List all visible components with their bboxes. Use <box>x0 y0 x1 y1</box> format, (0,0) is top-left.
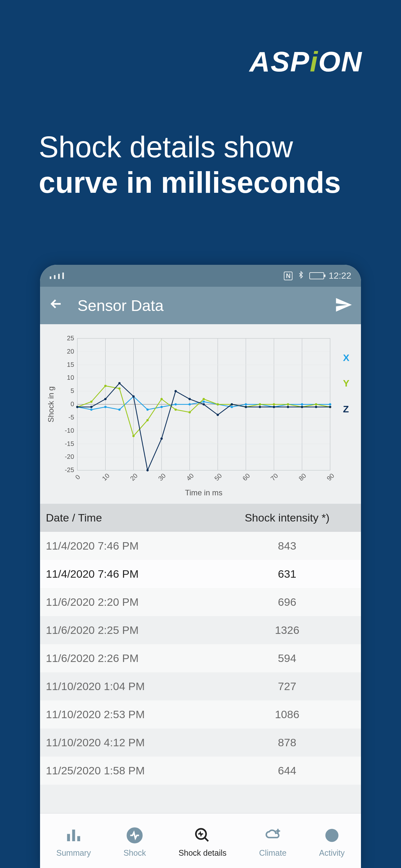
svg-point-98 <box>315 406 317 408</box>
cell-intensity: 1326 <box>219 624 355 637</box>
svg-rect-106 <box>72 830 75 841</box>
svg-text:Z: Z <box>343 404 349 414</box>
nav-activity[interactable]: Activity <box>319 826 344 858</box>
svg-point-82 <box>90 406 92 408</box>
bar-chart-icon <box>64 826 83 845</box>
svg-point-83 <box>104 398 106 400</box>
svg-point-79 <box>315 403 317 406</box>
svg-point-51 <box>189 403 191 406</box>
cell-intensity: 644 <box>219 764 355 777</box>
headline-line2: curve in milliseconds <box>39 166 341 199</box>
svg-point-66 <box>132 435 135 437</box>
cell-intensity: 631 <box>219 568 355 580</box>
svg-point-55 <box>245 403 247 406</box>
svg-point-46 <box>118 408 120 411</box>
status-bar: N 12:22 <box>40 265 361 287</box>
svg-point-77 <box>287 403 289 406</box>
svg-rect-107 <box>77 836 80 841</box>
cell-intensity: 696 <box>219 596 355 609</box>
cell-intensity: 727 <box>219 680 355 693</box>
table-row[interactable]: 11/10/2020 1:04 PM727 <box>40 672 361 701</box>
svg-text:90: 90 <box>326 472 335 482</box>
cell-datetime: 11/10/2020 2:53 PM <box>46 708 219 721</box>
table-row[interactable]: 11/25/2020 1:58 PM644 <box>40 756 361 785</box>
svg-point-75 <box>258 403 261 406</box>
svg-point-93 <box>245 406 247 408</box>
cell-intensity: 843 <box>219 539 355 552</box>
svg-point-110 <box>277 830 279 832</box>
nav-label: Shock <box>123 848 146 858</box>
table-row[interactable]: 11/6/2020 2:20 PM696 <box>40 588 361 616</box>
svg-text:20: 20 <box>67 348 74 355</box>
cell-intensity: 1086 <box>219 708 355 721</box>
nav-shock[interactable]: Shock <box>123 826 146 858</box>
svg-text:-10: -10 <box>65 427 74 434</box>
nav-shock-details[interactable]: Shock details <box>179 826 227 858</box>
table-row[interactable]: 11/4/2020 7:46 PM631 <box>40 560 361 588</box>
svg-point-72 <box>217 403 219 406</box>
cell-datetime: 11/4/2020 7:46 PM <box>46 539 219 552</box>
svg-point-45 <box>104 406 106 408</box>
shock-wave-icon <box>125 826 144 845</box>
status-time: 12:22 <box>329 271 351 281</box>
cell-datetime: 11/10/2020 4:12 PM <box>46 736 219 749</box>
cell-datetime: 11/4/2020 7:46 PM <box>46 568 219 580</box>
table-row[interactable]: 11/10/2020 4:12 PM878 <box>40 728 361 756</box>
svg-text:0: 0 <box>74 473 81 481</box>
svg-text:80: 80 <box>297 472 307 482</box>
page-title: Sensor Data <box>78 297 335 314</box>
col-header-datetime: Date / Time <box>46 512 219 524</box>
svg-point-61 <box>329 403 331 406</box>
svg-point-76 <box>273 403 275 406</box>
bluetooth-icon <box>297 271 305 281</box>
nav-label: Climate <box>259 848 287 858</box>
headline-line1: Shock details show <box>39 130 293 163</box>
bottom-nav: Summary Shock Shock details Climate Acti… <box>40 813 361 868</box>
svg-point-86 <box>146 469 149 471</box>
nav-climate[interactable]: Climate <box>259 826 287 858</box>
nav-label: Shock details <box>179 848 227 858</box>
svg-point-54 <box>230 406 233 408</box>
svg-point-44 <box>90 408 92 411</box>
svg-point-71 <box>203 398 205 400</box>
table-row[interactable]: 11/6/2020 2:26 PM594 <box>40 644 361 672</box>
cell-intensity: 878 <box>219 736 355 749</box>
nav-label: Activity <box>319 848 344 858</box>
climate-icon <box>263 826 282 845</box>
table-header: Date / Time Shock intensity *) <box>40 504 361 532</box>
svg-text:25: 25 <box>67 335 74 342</box>
nav-summary[interactable]: Summary <box>56 826 91 858</box>
svg-text:-20: -20 <box>65 453 74 460</box>
svg-text:70: 70 <box>269 472 279 482</box>
svg-text:50: 50 <box>213 472 223 482</box>
back-arrow-icon[interactable] <box>49 296 64 315</box>
table-row[interactable]: 11/10/2020 2:53 PM1086 <box>40 701 361 728</box>
svg-point-49 <box>160 406 163 408</box>
svg-point-89 <box>189 398 191 400</box>
battery-icon <box>309 272 324 279</box>
svg-text:Y: Y <box>343 378 349 389</box>
svg-point-68 <box>160 398 163 400</box>
svg-point-59 <box>301 403 303 406</box>
table-row[interactable]: 11/4/2020 7:46 PM843 <box>40 532 361 560</box>
svg-point-88 <box>174 390 177 392</box>
cell-datetime: 11/25/2020 1:58 PM <box>46 764 219 777</box>
svg-text:40: 40 <box>185 472 195 482</box>
svg-text:Shock in g: Shock in g <box>47 386 55 423</box>
svg-point-95 <box>273 406 275 408</box>
svg-point-97 <box>301 406 303 408</box>
svg-text:20: 20 <box>129 472 139 482</box>
svg-text:5: 5 <box>70 387 74 394</box>
send-icon[interactable] <box>335 296 352 315</box>
svg-text:-15: -15 <box>65 440 74 447</box>
activity-dot-icon <box>322 826 342 845</box>
svg-point-84 <box>118 382 120 384</box>
svg-text:10: 10 <box>67 374 74 381</box>
svg-text:15: 15 <box>67 361 74 368</box>
app-header: Sensor Data <box>40 287 361 324</box>
cell-datetime: 11/6/2020 2:20 PM <box>46 596 219 609</box>
brand-logo: ASPiON <box>250 45 362 78</box>
signal-icon <box>50 273 65 279</box>
table-row[interactable]: 11/6/2020 2:25 PM1326 <box>40 616 361 644</box>
svg-text:X: X <box>343 352 349 363</box>
